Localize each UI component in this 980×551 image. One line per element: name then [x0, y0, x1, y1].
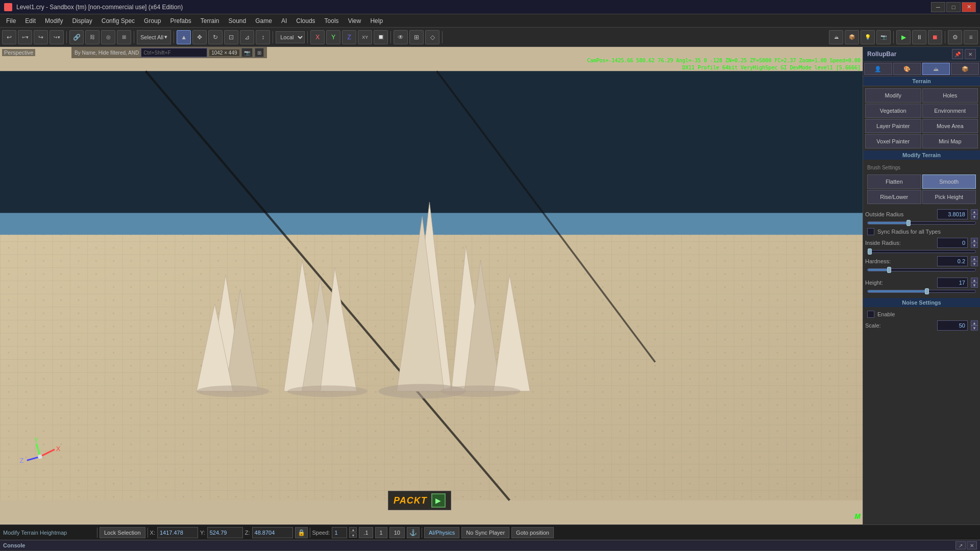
- flatten-button[interactable]: Flatten: [867, 174, 921, 189]
- hardness-down[interactable]: ▼: [971, 261, 978, 266]
- rise-lower-button[interactable]: Rise/Lower: [867, 190, 921, 204]
- z-axis-button[interactable]: Z: [342, 30, 356, 44]
- menu-item-game[interactable]: Game: [251, 16, 276, 26]
- view-button-2[interactable]: ⊞: [409, 30, 424, 44]
- lock-selection-button[interactable]: Lock Selection: [100, 527, 145, 538]
- console-float-button[interactable]: ↗: [955, 541, 966, 549]
- terrain-vegetation-button[interactable]: Vegetation: [865, 104, 921, 118]
- move-button[interactable]: ✥: [192, 30, 207, 44]
- menu-item-terrain[interactable]: Terrain: [197, 16, 224, 26]
- no-sync-player-button[interactable]: No Sync Player: [461, 527, 509, 538]
- menu-item-view[interactable]: View: [344, 16, 365, 26]
- rollup-tab-terrain[interactable]: ⛰: [922, 63, 950, 75]
- goto-position-button[interactable]: Goto position: [511, 527, 554, 538]
- transform-button[interactable]: ↕: [256, 30, 270, 44]
- camera-tool-button[interactable]: 📷: [876, 30, 891, 44]
- menu-item-prefabs[interactable]: Prefabs: [166, 16, 195, 26]
- pause-button[interactable]: ⏸: [912, 30, 926, 44]
- play-button[interactable]: ▶: [896, 30, 911, 44]
- menu-item-file[interactable]: File: [2, 16, 20, 26]
- outside-radius-up[interactable]: ▲: [971, 209, 978, 214]
- inside-radius-slider[interactable]: [867, 250, 976, 253]
- viewport[interactable]: Perspective By Name, Hide filtered, AND …: [0, 47, 863, 524]
- settings-button[interactable]: ⚙: [948, 30, 962, 44]
- height-up[interactable]: ▲: [971, 278, 978, 283]
- console-close-button[interactable]: ✕: [967, 541, 977, 549]
- snap-button[interactable]: ⊞: [117, 30, 131, 44]
- outside-radius-input[interactable]: [937, 209, 968, 219]
- rotate-button[interactable]: ↻: [208, 30, 223, 44]
- menu-item-config spec[interactable]: Config Spec: [97, 16, 139, 26]
- terrain-holes-button[interactable]: Holes: [922, 88, 978, 103]
- packt-play-button[interactable]: ▶: [431, 493, 446, 508]
- terrain-mini-map-button[interactable]: Mini Map: [922, 134, 978, 148]
- rollup-pin-button[interactable]: 📌: [952, 49, 963, 59]
- menu-item-modify[interactable]: Modify: [41, 16, 67, 26]
- y-input[interactable]: [207, 527, 243, 538]
- speed-sub2-button[interactable]: 1: [375, 527, 387, 538]
- inside-radius-input[interactable]: [937, 238, 968, 248]
- search-input[interactable]: [141, 48, 207, 57]
- close-button[interactable]: ✕: [962, 2, 976, 12]
- speed-sub3-button[interactable]: 10: [389, 527, 405, 538]
- rollup-tab-material[interactable]: 🎨: [893, 63, 921, 75]
- terrain-modify-button[interactable]: Modify: [865, 88, 921, 103]
- rollup-close-button[interactable]: ✕: [965, 49, 976, 59]
- menu-item-ai[interactable]: AI: [277, 16, 291, 26]
- aspect-button[interactable]: ⊞: [255, 48, 264, 57]
- terrain-move-area-button[interactable]: Move Area: [922, 119, 978, 133]
- hardness-input[interactable]: [937, 256, 968, 266]
- scale-down[interactable]: ▼: [971, 325, 978, 331]
- pick-height-button[interactable]: Pick Height: [922, 190, 976, 204]
- enable-noise-checkbox[interactable]: [867, 311, 874, 318]
- height-down[interactable]: ▼: [971, 283, 978, 288]
- inside-radius-up[interactable]: ▲: [971, 238, 978, 243]
- lock-icon-button[interactable]: 🔒: [295, 527, 308, 538]
- z-input[interactable]: [252, 527, 293, 538]
- physics-button[interactable]: ◎: [101, 30, 115, 44]
- maximize-button[interactable]: □: [946, 2, 961, 12]
- terrain-tool-button[interactable]: ⛰: [829, 30, 843, 44]
- menu-item-tools[interactable]: Tools: [321, 16, 343, 26]
- speed-up[interactable]: ▲: [349, 527, 357, 532]
- outside-radius-slider[interactable]: [867, 221, 976, 224]
- menu-item-edit[interactable]: Edit: [21, 16, 40, 26]
- stop-button[interactable]: ⏹: [928, 30, 942, 44]
- view-button-3[interactable]: ◇: [425, 30, 439, 44]
- undo-button[interactable]: ↩: [2, 30, 16, 44]
- xy-axis-button[interactable]: XY: [358, 30, 372, 44]
- rollup-tab-object[interactable]: 👤: [864, 63, 892, 75]
- scale-up[interactable]: ▲: [971, 320, 978, 325]
- link-button[interactable]: 🔗: [69, 30, 84, 44]
- smooth-button[interactable]: Smooth: [922, 174, 976, 189]
- x-input[interactable]: [157, 527, 198, 538]
- ai-physics-button[interactable]: AI/Physics: [424, 527, 459, 538]
- terrain-voxel-painter-button[interactable]: Voxel Painter: [865, 134, 921, 148]
- speed-down[interactable]: ▼: [349, 533, 357, 538]
- object-tool-button[interactable]: 📦: [845, 30, 859, 44]
- speed-sub1-button[interactable]: .1: [359, 527, 373, 538]
- height-slider[interactable]: [867, 290, 976, 293]
- view-button-1[interactable]: 👁: [394, 30, 408, 44]
- menu-item-help[interactable]: Help: [366, 16, 387, 26]
- extra-button[interactable]: ≡: [964, 30, 978, 44]
- redo-button[interactable]: ↪: [34, 30, 48, 44]
- rollup-tab-prefab[interactable]: 📦: [951, 63, 979, 75]
- speed-input[interactable]: [332, 527, 347, 538]
- coord-system-select[interactable]: Local: [276, 31, 305, 43]
- outside-radius-down[interactable]: ▼: [971, 214, 978, 219]
- y-axis-button[interactable]: Y: [326, 30, 340, 44]
- menu-item-display[interactable]: Display: [68, 16, 96, 26]
- redo-arrow-button[interactable]: ↪▾: [50, 30, 64, 44]
- scale-button[interactable]: ⊡: [224, 30, 238, 44]
- select-all-button[interactable]: Select All ▾: [137, 30, 171, 44]
- scale-input[interactable]: [937, 320, 968, 331]
- sync-radius-checkbox[interactable]: [867, 228, 874, 235]
- terrain-layer-painter-button[interactable]: Layer Painter: [865, 119, 921, 133]
- inside-radius-down[interactable]: ▼: [971, 243, 978, 248]
- minimize-button[interactable]: ─: [931, 2, 945, 12]
- align-button[interactable]: ⊿: [240, 30, 254, 44]
- free-button[interactable]: 🔲: [374, 30, 388, 44]
- select-mode-button[interactable]: ▲: [177, 30, 191, 44]
- light-tool-button[interactable]: 💡: [861, 30, 875, 44]
